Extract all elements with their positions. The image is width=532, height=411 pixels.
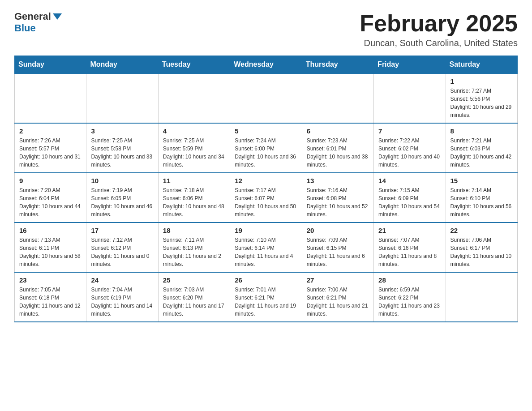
calendar-cell	[230, 73, 302, 123]
day-number: 14	[378, 177, 441, 184]
day-number: 25	[163, 276, 225, 284]
day-number: 6	[307, 127, 369, 135]
calendar-cell	[374, 73, 446, 123]
calendar-cell	[302, 73, 373, 123]
day-info: Sunrise: 7:25 AMSunset: 5:59 PMDaylight:…	[163, 137, 225, 169]
day-info: Sunrise: 7:03 AMSunset: 6:20 PMDaylight:…	[163, 286, 225, 318]
calendar-cell: 14Sunrise: 7:15 AMSunset: 6:09 PMDayligh…	[374, 173, 446, 223]
day-info: Sunrise: 7:04 AMSunset: 6:19 PMDaylight:…	[91, 286, 153, 318]
day-info: Sunrise: 7:00 AMSunset: 6:21 PMDaylight:…	[307, 286, 369, 318]
day-number: 2	[19, 127, 82, 135]
calendar-week-row: 1Sunrise: 7:27 AMSunset: 5:56 PMDaylight…	[15, 73, 518, 123]
logo: General Blue	[14, 11, 62, 34]
day-number: 22	[450, 227, 513, 234]
calendar-cell: 1Sunrise: 7:27 AMSunset: 5:56 PMDaylight…	[446, 73, 517, 123]
calendar-header-friday: Friday	[374, 56, 446, 74]
logo-blue: Blue	[14, 22, 36, 34]
calendar-cell: 19Sunrise: 7:10 AMSunset: 6:14 PMDayligh…	[230, 223, 302, 272]
calendar-cell: 6Sunrise: 7:23 AMSunset: 6:01 PMDaylight…	[302, 123, 373, 173]
calendar-cell: 20Sunrise: 7:09 AMSunset: 6:15 PMDayligh…	[302, 223, 373, 272]
day-number: 8	[450, 127, 513, 135]
day-number: 11	[163, 177, 225, 184]
calendar-cell: 7Sunrise: 7:22 AMSunset: 6:02 PMDaylight…	[374, 123, 446, 173]
day-info: Sunrise: 7:22 AMSunset: 6:02 PMDaylight:…	[378, 137, 441, 169]
day-number: 16	[19, 227, 82, 234]
calendar-cell: 25Sunrise: 7:03 AMSunset: 6:20 PMDayligh…	[158, 272, 230, 322]
day-number: 10	[91, 177, 153, 184]
day-info: Sunrise: 7:17 AMSunset: 6:07 PMDaylight:…	[235, 186, 297, 218]
calendar-week-row: 23Sunrise: 7:05 AMSunset: 6:18 PMDayligh…	[15, 272, 518, 322]
logo-general: General	[14, 11, 51, 22]
calendar-cell	[86, 73, 158, 123]
day-info: Sunrise: 7:09 AMSunset: 6:15 PMDaylight:…	[307, 236, 369, 268]
day-info: Sunrise: 7:26 AMSunset: 5:57 PMDaylight:…	[19, 137, 82, 169]
calendar-cell	[15, 73, 86, 123]
day-info: Sunrise: 7:15 AMSunset: 6:09 PMDaylight:…	[378, 186, 441, 218]
day-number: 27	[307, 276, 369, 284]
day-number: 7	[378, 127, 441, 135]
day-number: 28	[378, 276, 441, 284]
calendar-cell: 26Sunrise: 7:01 AMSunset: 6:21 PMDayligh…	[230, 272, 302, 322]
location: Duncan, South Carolina, United States	[360, 38, 518, 48]
day-info: Sunrise: 7:12 AMSunset: 6:12 PMDaylight:…	[91, 236, 153, 268]
day-number: 20	[307, 227, 369, 234]
day-info: Sunrise: 7:20 AMSunset: 6:04 PMDaylight:…	[19, 186, 82, 218]
day-number: 5	[235, 127, 297, 135]
day-info: Sunrise: 7:05 AMSunset: 6:18 PMDaylight:…	[19, 286, 82, 318]
calendar-cell: 15Sunrise: 7:14 AMSunset: 6:10 PMDayligh…	[446, 173, 517, 223]
calendar-cell: 24Sunrise: 7:04 AMSunset: 6:19 PMDayligh…	[86, 272, 158, 322]
calendar-cell: 22Sunrise: 7:06 AMSunset: 6:17 PMDayligh…	[446, 223, 517, 272]
calendar-cell: 10Sunrise: 7:19 AMSunset: 6:05 PMDayligh…	[86, 173, 158, 223]
day-info: Sunrise: 7:27 AMSunset: 5:56 PMDaylight:…	[450, 87, 513, 119]
calendar-cell	[446, 272, 517, 322]
day-number: 3	[91, 127, 153, 135]
day-number: 24	[91, 276, 153, 284]
calendar-cell: 5Sunrise: 7:24 AMSunset: 6:00 PMDaylight…	[230, 123, 302, 173]
calendar-cell: 12Sunrise: 7:17 AMSunset: 6:07 PMDayligh…	[230, 173, 302, 223]
day-number: 18	[163, 227, 225, 234]
calendar-cell: 28Sunrise: 6:59 AMSunset: 6:22 PMDayligh…	[374, 272, 446, 322]
calendar-cell: 4Sunrise: 7:25 AMSunset: 5:59 PMDaylight…	[158, 123, 230, 173]
day-number: 4	[163, 127, 225, 135]
calendar-header-saturday: Saturday	[446, 56, 517, 74]
day-info: Sunrise: 7:24 AMSunset: 6:00 PMDaylight:…	[235, 137, 297, 169]
day-info: Sunrise: 7:23 AMSunset: 6:01 PMDaylight:…	[307, 137, 369, 169]
day-info: Sunrise: 7:16 AMSunset: 6:08 PMDaylight:…	[307, 186, 369, 218]
calendar-week-row: 9Sunrise: 7:20 AMSunset: 6:04 PMDaylight…	[15, 173, 518, 223]
calendar-cell: 17Sunrise: 7:12 AMSunset: 6:12 PMDayligh…	[86, 223, 158, 272]
calendar-cell: 11Sunrise: 7:18 AMSunset: 6:06 PMDayligh…	[158, 173, 230, 223]
calendar-cell: 9Sunrise: 7:20 AMSunset: 6:04 PMDaylight…	[15, 173, 86, 223]
calendar-header-tuesday: Tuesday	[158, 56, 230, 74]
calendar-cell: 27Sunrise: 7:00 AMSunset: 6:21 PMDayligh…	[302, 272, 373, 322]
calendar-header-thursday: Thursday	[302, 56, 373, 74]
calendar-cell: 23Sunrise: 7:05 AMSunset: 6:18 PMDayligh…	[15, 272, 86, 322]
calendar-cell: 13Sunrise: 7:16 AMSunset: 6:08 PMDayligh…	[302, 173, 373, 223]
day-number: 17	[91, 227, 153, 234]
calendar-cell: 21Sunrise: 7:07 AMSunset: 6:16 PMDayligh…	[374, 223, 446, 272]
day-number: 1	[450, 77, 513, 85]
calendar-cell: 18Sunrise: 7:11 AMSunset: 6:13 PMDayligh…	[158, 223, 230, 272]
calendar-cell: 16Sunrise: 7:13 AMSunset: 6:11 PMDayligh…	[15, 223, 86, 272]
day-info: Sunrise: 7:25 AMSunset: 5:58 PMDaylight:…	[91, 137, 153, 169]
day-info: Sunrise: 7:18 AMSunset: 6:06 PMDaylight:…	[163, 186, 225, 218]
day-number: 9	[19, 177, 82, 184]
day-number: 26	[235, 276, 297, 284]
calendar-header-sunday: Sunday	[15, 56, 86, 74]
logo-text: General	[14, 11, 62, 22]
month-title: February 2025	[360, 11, 518, 36]
calendar-week-row: 2Sunrise: 7:26 AMSunset: 5:57 PMDaylight…	[15, 123, 518, 173]
calendar-cell: 2Sunrise: 7:26 AMSunset: 5:57 PMDaylight…	[15, 123, 86, 173]
calendar-week-row: 16Sunrise: 7:13 AMSunset: 6:11 PMDayligh…	[15, 223, 518, 272]
day-number: 13	[307, 177, 369, 184]
day-info: Sunrise: 7:19 AMSunset: 6:05 PMDaylight:…	[91, 186, 153, 218]
day-info: Sunrise: 7:14 AMSunset: 6:10 PMDaylight:…	[450, 186, 513, 218]
calendar-cell: 8Sunrise: 7:21 AMSunset: 6:03 PMDaylight…	[446, 123, 517, 173]
day-info: Sunrise: 7:07 AMSunset: 6:16 PMDaylight:…	[378, 236, 441, 268]
day-info: Sunrise: 7:11 AMSunset: 6:13 PMDaylight:…	[163, 236, 225, 268]
day-number: 15	[450, 177, 513, 184]
day-info: Sunrise: 7:21 AMSunset: 6:03 PMDaylight:…	[450, 137, 513, 169]
day-number: 19	[235, 227, 297, 234]
day-number: 12	[235, 177, 297, 184]
day-info: Sunrise: 7:01 AMSunset: 6:21 PMDaylight:…	[235, 286, 297, 318]
calendar-header-monday: Monday	[86, 56, 158, 74]
